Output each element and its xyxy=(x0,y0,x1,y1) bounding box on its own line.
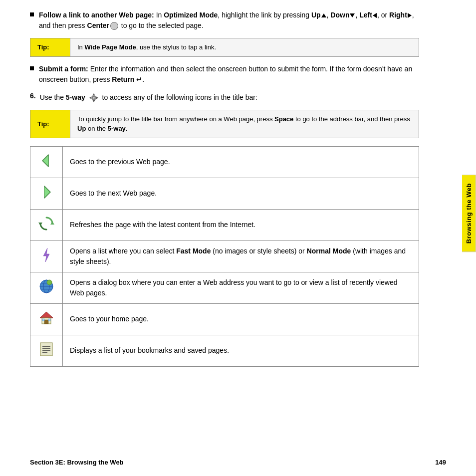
number-6: 6. xyxy=(30,92,36,100)
table-cell-lightning-desc: Opens a list where you can select Fast M… xyxy=(63,240,419,272)
tip-content-2: To quickly jump to the title bar from an… xyxy=(70,110,419,138)
icon-cell-lightning xyxy=(30,240,63,272)
table-row: Goes to the next Web page. xyxy=(30,178,419,209)
table-cell-home-desc: Goes to your home page. xyxy=(63,303,419,335)
svg-marker-1 xyxy=(92,93,95,96)
numbered-item-6: 6. Use the 5-way to access any of the fo… xyxy=(30,92,419,103)
back-arrow-icon xyxy=(37,152,55,170)
page-content: Follow a link to another Web page: In Op… xyxy=(0,0,449,405)
bullet-text-follow-link: Follow a link to another Web page: In Op… xyxy=(39,10,419,31)
table-row: Goes to the previous Web page. xyxy=(30,146,419,178)
svg-rect-24 xyxy=(48,319,50,321)
table-row: Opens a dialog box where you can enter a… xyxy=(30,272,419,303)
bullet-submit-form: Submit a form: Enter the information and… xyxy=(30,64,419,85)
svg-marker-3 xyxy=(89,96,92,99)
forward-arrow-icon xyxy=(37,183,55,201)
bookmarks-icon xyxy=(37,340,55,358)
section-label: Section 3E: Browsing the Web xyxy=(30,459,124,466)
side-tab: Browsing the Web xyxy=(462,175,476,252)
table-row: Displays a list of your bookmarks and sa… xyxy=(30,335,419,366)
home-icon xyxy=(37,309,55,327)
tip-label-1: Tip: xyxy=(30,38,70,56)
table-row: Goes to your home page. xyxy=(30,303,419,335)
center-button-icon xyxy=(110,22,118,30)
bullet-bold-submit: Submit a form: xyxy=(39,65,88,73)
table-row: Refreshes the page with the latest conte… xyxy=(30,209,419,240)
icon-cell-back xyxy=(30,146,63,178)
table-cell-forward-desc: Goes to the next Web page. xyxy=(63,178,419,209)
svg-point-5 xyxy=(92,97,95,99)
bullet-bold-follow: Follow a link to another Web page: xyxy=(39,11,154,19)
refresh-icon xyxy=(37,215,55,233)
svg-marker-20 xyxy=(40,312,53,318)
icon-cell-refresh xyxy=(30,209,63,240)
globe-icon xyxy=(37,277,55,295)
fiveway-nav-icon xyxy=(89,93,99,103)
bullet-marker-2 xyxy=(30,66,34,70)
icon-cell-forward xyxy=(30,178,63,209)
icon-cell-globe xyxy=(30,272,63,303)
left-triangle-icon xyxy=(373,13,377,18)
number-text-6: Use the 5-way to access any of the follo… xyxy=(40,92,257,103)
table-row: Opens a list where you can select Fast M… xyxy=(30,240,419,272)
up-triangle-icon xyxy=(321,13,326,17)
svg-rect-22 xyxy=(44,320,48,324)
svg-marker-11 xyxy=(50,222,54,225)
svg-rect-25 xyxy=(40,343,52,356)
page-footer: Section 3E: Browsing the Web 149 xyxy=(30,459,446,466)
icon-table: Goes to the previous Web page. Goes to t… xyxy=(30,146,419,367)
table-cell-refresh-desc: Refreshes the page with the latest conte… xyxy=(63,209,419,240)
svg-marker-13 xyxy=(43,248,49,262)
tip-label-2: Tip: xyxy=(30,110,70,138)
bullet-follow-link: Follow a link to another Web page: In Op… xyxy=(30,10,419,31)
icon-cell-home xyxy=(30,303,63,335)
table-cell-globe-desc: Opens a dialog box where you can enter a… xyxy=(63,272,419,303)
tip-content-1: In Wide Page Mode, use the stylus to tap… xyxy=(70,38,223,56)
icon-cell-bookmarks xyxy=(30,335,63,366)
down-triangle-icon xyxy=(350,13,355,17)
svg-marker-12 xyxy=(38,223,42,226)
table-cell-back-desc: Goes to the previous Web page. xyxy=(63,146,419,178)
svg-point-19 xyxy=(47,280,52,285)
table-cell-bookmarks-desc: Displays a list of your bookmarks and sa… xyxy=(63,335,419,366)
svg-marker-4 xyxy=(96,96,98,99)
bullet-text-submit: Submit a form: Enter the information and… xyxy=(39,64,419,85)
right-triangle-icon xyxy=(408,13,412,18)
tip-box-2: Tip: To quickly jump to the title bar fr… xyxy=(30,110,419,138)
lightning-icon xyxy=(37,246,55,264)
svg-marker-2 xyxy=(92,100,95,102)
tip-box-1: Tip: In Wide Page Mode, use the stylus t… xyxy=(30,38,419,57)
bullet-marker xyxy=(30,12,34,16)
page-number: 149 xyxy=(435,459,446,466)
svg-rect-23 xyxy=(42,319,44,321)
